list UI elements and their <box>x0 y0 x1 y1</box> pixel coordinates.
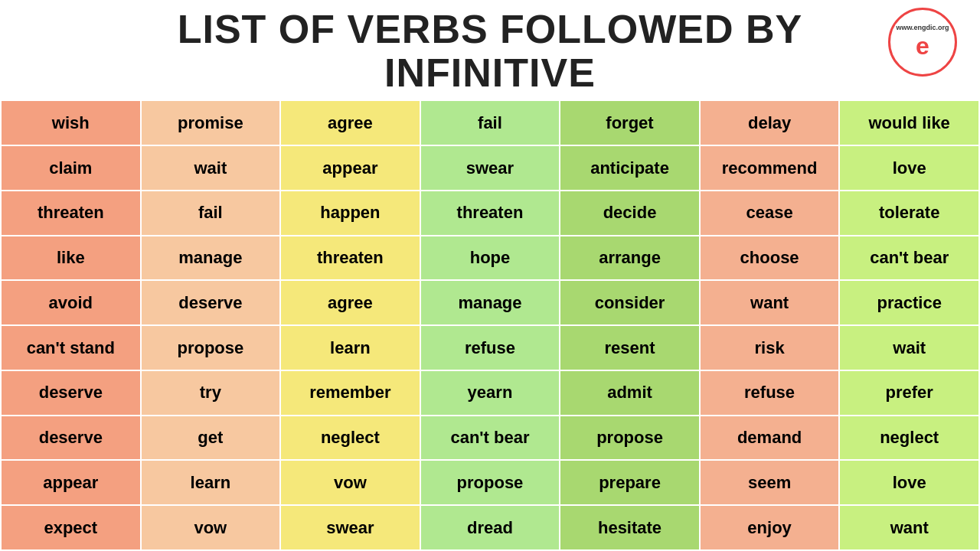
table-cell: wait <box>141 145 281 191</box>
table-cell: learn <box>280 325 420 370</box>
page-title: LIST OF VERBS FOLLOWED BY INFINITIVE <box>0 8 980 95</box>
table-cell: wait <box>839 325 979 370</box>
table-cell: risk <box>700 325 840 370</box>
logo: www.engdic.org e <box>888 8 957 77</box>
table-cell: seem <box>700 460 840 505</box>
table-cell: want <box>700 280 840 325</box>
table-cell: avoid <box>1 280 141 325</box>
table-cell: propose <box>141 325 281 370</box>
table-cell: threaten <box>1 191 141 236</box>
table-cell: want <box>839 505 979 550</box>
table-cell: fail <box>420 100 560 145</box>
table-cell: deserve <box>1 370 141 416</box>
table-cell: choose <box>700 236 840 281</box>
table-cell: agree <box>280 280 420 325</box>
table-cell: cease <box>700 191 840 236</box>
table-cell: appear <box>280 145 420 191</box>
table-cell: remember <box>280 370 420 416</box>
table-cell: swear <box>280 505 420 550</box>
table-cell: forget <box>560 100 700 145</box>
table-cell: vow <box>280 460 420 505</box>
header: LIST OF VERBS FOLLOWED BY INFINITIVE www… <box>0 0 980 99</box>
table-cell: tolerate <box>839 191 979 236</box>
table-cell: propose <box>560 416 700 461</box>
table-cell: swear <box>420 145 560 191</box>
table-cell: consider <box>560 280 700 325</box>
table-cell: enjoy <box>700 505 840 550</box>
table-cell: love <box>839 460 979 505</box>
verbs-table: wishpromiseagreefailforgetdelaywould lik… <box>0 99 980 551</box>
table-cell: claim <box>1 145 141 191</box>
table-cell: manage <box>420 280 560 325</box>
table-cell: demand <box>700 416 840 461</box>
table-cell: admit <box>560 370 700 416</box>
table-cell: manage <box>141 236 281 281</box>
table-cell: yearn <box>420 370 560 416</box>
table-cell: dread <box>420 505 560 550</box>
table-cell: hesitate <box>560 505 700 550</box>
logo-url: www.engdic.org <box>896 24 949 33</box>
table-cell: practice <box>839 280 979 325</box>
table-cell: neglect <box>280 416 420 461</box>
table-cell: delay <box>700 100 840 145</box>
table-cell: resent <box>560 325 700 370</box>
table-cell: expect <box>1 505 141 550</box>
table-container: wishpromiseagreefailforgetdelaywould lik… <box>0 99 980 551</box>
table-cell: wish <box>1 100 141 145</box>
table-cell: arrange <box>560 236 700 281</box>
table-cell: can't bear <box>420 416 560 461</box>
table-cell: deserve <box>1 416 141 461</box>
table-cell: recommend <box>700 145 840 191</box>
table-cell: decide <box>560 191 700 236</box>
table-cell: appear <box>1 460 141 505</box>
table-cell: try <box>141 370 281 416</box>
table-cell: promise <box>141 100 281 145</box>
table-cell: prepare <box>560 460 700 505</box>
table-cell: threaten <box>280 236 420 281</box>
table-cell: can't bear <box>839 236 979 281</box>
table-cell: vow <box>141 505 281 550</box>
table-cell: refuse <box>700 370 840 416</box>
table-cell: would like <box>839 100 979 145</box>
table-cell: neglect <box>839 416 979 461</box>
logo-letter: e <box>916 32 929 60</box>
table-cell: threaten <box>420 191 560 236</box>
table-cell: love <box>839 145 979 191</box>
table-cell: refuse <box>420 325 560 370</box>
table-cell: prefer <box>839 370 979 416</box>
table-cell: deserve <box>141 280 281 325</box>
table-cell: like <box>1 236 141 281</box>
table-cell: learn <box>141 460 281 505</box>
table-cell: agree <box>280 100 420 145</box>
table-cell: anticipate <box>560 145 700 191</box>
table-cell: can't stand <box>1 325 141 370</box>
table-cell: hope <box>420 236 560 281</box>
table-cell: propose <box>420 460 560 505</box>
page-wrapper: LIST OF VERBS FOLLOWED BY INFINITIVE www… <box>0 0 980 551</box>
table-cell: fail <box>141 191 281 236</box>
table-cell: happen <box>280 191 420 236</box>
table-cell: get <box>141 416 281 461</box>
